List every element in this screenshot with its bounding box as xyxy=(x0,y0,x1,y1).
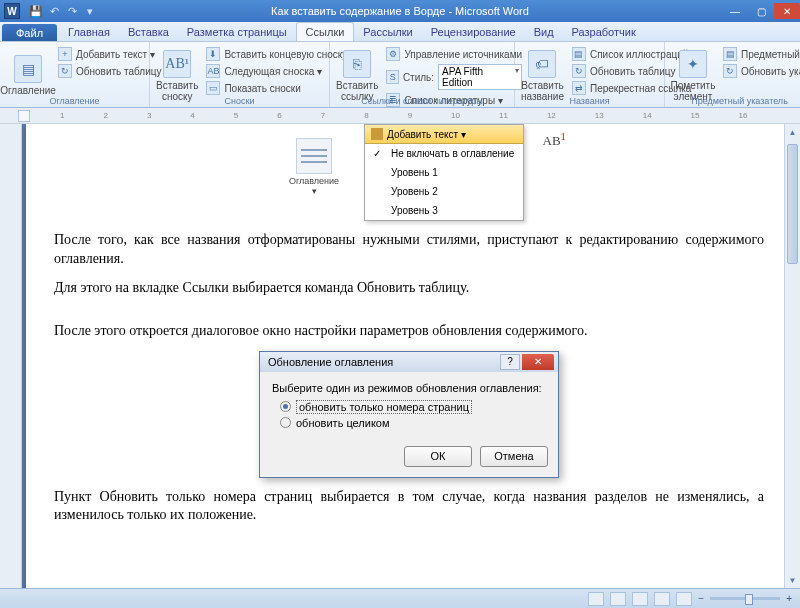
update-index-icon: ↻ xyxy=(723,64,737,78)
radio-option-2: обновить целиком xyxy=(280,417,546,429)
next-footnote-icon: AB xyxy=(206,64,220,78)
citation-icon: ⎘ xyxy=(343,50,371,78)
ribbon-tabs: Файл Главная Вставка Разметка страницы С… xyxy=(0,22,800,42)
tab-insert[interactable]: Вставка xyxy=(119,22,178,41)
zoom-minus[interactable]: − xyxy=(698,593,704,604)
ribbon-group-citations: ⎘ Вставить ссылку ⚙Управление источникам… xyxy=(330,42,515,107)
sources-icon: ⚙ xyxy=(386,47,400,61)
dialog-titlebar: Обновление оглавления ? ✕ xyxy=(260,352,558,372)
add-text-button[interactable]: +Добавить текст ▾ xyxy=(55,46,165,62)
caption-icon: 🏷 xyxy=(528,50,556,78)
embedded-ab-icon: AB1 xyxy=(543,130,566,149)
ruler-marks: 12345678910111213141516 xyxy=(60,111,747,120)
minimize-button[interactable]: — xyxy=(722,3,748,19)
ribbon-group-index: ✦ Пометить элемент ▤Предметный указатель… xyxy=(665,42,800,107)
embedded-dropdown-header: Добавить текст ▾ xyxy=(365,125,523,144)
title-bar: W 💾 ↶ ↷ ▾ Как вставить содержание в Ворд… xyxy=(0,0,800,22)
file-tab[interactable]: Файл xyxy=(2,24,57,41)
zoom-slider[interactable] xyxy=(710,597,780,600)
undo-icon[interactable]: ↶ xyxy=(46,3,62,19)
figures-icon: ▤ xyxy=(572,47,586,61)
vertical-scrollbar[interactable]: ▲ ▼ xyxy=(784,124,800,588)
tab-developer[interactable]: Разработчик xyxy=(563,22,645,41)
zoom-plus[interactable]: + xyxy=(786,593,792,604)
insert-index-button[interactable]: ▤Предметный указатель xyxy=(720,46,800,62)
embedded-menu-item: Уровень 3 xyxy=(365,201,523,220)
toc-icon: ▤ xyxy=(14,55,42,83)
scroll-up-arrow[interactable]: ▲ xyxy=(785,124,800,140)
ribbon-group-toc: ▤ Оглавление +Добавить текст ▾ ↻Обновить… xyxy=(0,42,150,107)
dialog-title-text: Обновление оглавления xyxy=(268,356,393,368)
style-dropdown[interactable]: SСтиль:APA Fifth Edition xyxy=(383,63,525,91)
index-icon: ▤ xyxy=(723,47,737,61)
tab-view[interactable]: Вид xyxy=(525,22,563,41)
word-app-icon: W xyxy=(4,3,20,19)
scroll-down-arrow[interactable]: ▼ xyxy=(785,572,800,588)
paragraph[interactable]: После того, как все названия отформатиро… xyxy=(54,231,764,269)
document-page[interactable]: Оглавление ▾ AB1 Добавить текст ▾ Не вкл… xyxy=(26,124,792,608)
paragraph[interactable]: Пункт Обновить только номера страниц выб… xyxy=(54,488,764,526)
add-text-icon: + xyxy=(58,47,72,61)
add-text-small-icon xyxy=(371,128,383,140)
style-combo[interactable]: APA Fifth Edition xyxy=(438,64,522,90)
close-button[interactable]: ✕ xyxy=(774,3,800,19)
scroll-thumb[interactable] xyxy=(787,144,798,264)
manage-sources-button[interactable]: ⚙Управление источниками xyxy=(383,46,525,62)
ribbon-group-footnotes: AB¹ Вставить сноску ⬇Вставить концевую с… xyxy=(150,42,330,107)
update-table-button[interactable]: ↻Обновить таблицу xyxy=(55,63,165,79)
maximize-button[interactable]: ▢ xyxy=(748,3,774,19)
embedded-menu-item: Не включать в оглавление xyxy=(365,144,523,163)
embedded-dialog: Обновление оглавления ? ✕ Выберите один … xyxy=(259,351,559,478)
radio-icon xyxy=(280,417,291,428)
dialog-buttons: ОК Отмена xyxy=(260,442,558,477)
view-print-layout-button[interactable] xyxy=(588,592,604,606)
ribbon: ▤ Оглавление +Добавить текст ▾ ↻Обновить… xyxy=(0,42,800,108)
embedded-toc-icon xyxy=(296,138,332,174)
tab-mailings[interactable]: Рассылки xyxy=(354,22,421,41)
view-draft-button[interactable] xyxy=(676,592,692,606)
status-bar: − + xyxy=(0,588,800,608)
embedded-menu-item: Уровень 1 xyxy=(365,163,523,182)
embedded-toc-button: Оглавление ▾ xyxy=(274,138,354,196)
tab-references[interactable]: Ссылки xyxy=(296,22,355,41)
next-footnote-button[interactable]: ABСледующая сноска ▾ xyxy=(203,63,350,79)
embedded-screenshot-1: Оглавление ▾ AB1 Добавить текст ▾ Не вкл… xyxy=(274,124,544,221)
paragraph[interactable]: Для этого на вкладке Ссылки выбирается к… xyxy=(54,279,764,298)
dialog-help-button: ? xyxy=(500,354,520,370)
dialog-close-button: ✕ xyxy=(522,354,554,370)
dialog-body: Выберите один из режимов обновления огла… xyxy=(260,372,558,442)
embedded-dropdown: Добавить текст ▾ Не включать в оглавлени… xyxy=(364,124,524,221)
footnote-icon: AB¹ xyxy=(163,50,191,78)
tab-home[interactable]: Главная xyxy=(59,22,119,41)
document-area: Оглавление ▾ AB1 Добавить текст ▾ Не вкл… xyxy=(0,124,800,608)
style-icon: S xyxy=(386,70,399,84)
radio-icon xyxy=(280,401,291,412)
endnote-icon: ⬇ xyxy=(206,47,220,61)
view-outline-button[interactable] xyxy=(654,592,670,606)
paragraph[interactable]: После этого откроется диалоговое окно на… xyxy=(54,322,764,341)
redo-icon[interactable]: ↷ xyxy=(64,3,80,19)
dialog-prompt: Выберите один из режимов обновления огла… xyxy=(272,382,546,394)
view-full-screen-button[interactable] xyxy=(610,592,626,606)
horizontal-ruler[interactable]: 12345678910111213141516 xyxy=(0,108,800,124)
update-icon-2: ↻ xyxy=(572,64,586,78)
mark-entry-icon: ✦ xyxy=(679,50,707,78)
crossref-icon: ⇄ xyxy=(572,81,586,95)
embedded-menu-item: Уровень 2 xyxy=(365,182,523,201)
update-icon: ↻ xyxy=(58,64,72,78)
ruler-corner xyxy=(18,110,30,122)
show-notes-icon: ▭ xyxy=(206,81,220,95)
qat-more-icon[interactable]: ▾ xyxy=(82,3,98,19)
cancel-button: Отмена xyxy=(480,446,548,467)
tab-page-layout[interactable]: Разметка страницы xyxy=(178,22,296,41)
ribbon-group-captions: 🏷 Вставить название ▤Список иллюстраций … xyxy=(515,42,665,107)
ok-button: ОК xyxy=(404,446,472,467)
quick-access-toolbar: 💾 ↶ ↷ ▾ xyxy=(28,3,98,19)
view-web-button[interactable] xyxy=(632,592,648,606)
show-notes-button[interactable]: ▭Показать сноски xyxy=(203,80,350,96)
insert-endnote-button[interactable]: ⬇Вставить концевую сноску xyxy=(203,46,350,62)
update-index-button[interactable]: ↻Обновить указатель xyxy=(720,63,800,79)
tab-review[interactable]: Рецензирование xyxy=(422,22,525,41)
vertical-ruler[interactable] xyxy=(0,124,22,608)
save-icon[interactable]: 💾 xyxy=(28,3,44,19)
